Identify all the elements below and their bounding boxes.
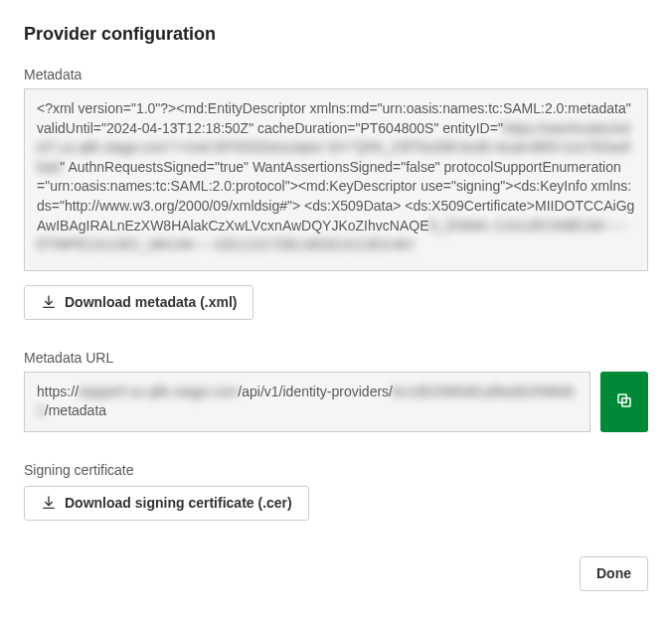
- metadata-url-section: Metadata URL https://eqaperf.us.qlik-sta…: [24, 350, 648, 432]
- done-button[interactable]: Done: [580, 556, 648, 591]
- metadata-textbox[interactable]: <?xml version="1.0"?><md:EntityDescripto…: [24, 88, 648, 271]
- metadata-label: Metadata: [24, 67, 648, 82]
- signing-certificate-label: Signing certificate: [24, 462, 648, 478]
- download-icon: [41, 294, 57, 310]
- done-label: Done: [596, 565, 631, 582]
- signing-certificate-section: Signing certificate Download signing cer…: [24, 462, 648, 521]
- metadata-url-textbox[interactable]: https://eqaperf.us.qlik-stage.com/api/v1…: [24, 372, 590, 432]
- download-icon: [41, 495, 57, 511]
- footer: Done: [24, 556, 648, 591]
- download-metadata-button[interactable]: Download metadata (.xml): [24, 285, 253, 320]
- download-signing-cert-label: Download signing certificate (.cer): [65, 495, 292, 512]
- url-part: /api/v1/identity-providers/: [238, 384, 393, 399]
- copy-url-button[interactable]: [600, 372, 648, 432]
- metadata-url-label: Metadata URL: [24, 350, 648, 366]
- download-signing-cert-button[interactable]: Download signing certificate (.cer): [24, 486, 309, 521]
- copy-icon: [615, 391, 633, 412]
- url-redacted: eqaperf.us.qlik-stage.com: [79, 384, 238, 399]
- url-part: /metadata: [45, 402, 106, 418]
- metadata-section: Metadata <?xml version="1.0"?><md:Entity…: [24, 67, 648, 320]
- url-part: https://: [37, 384, 79, 399]
- download-metadata-label: Download metadata (.xml): [65, 294, 237, 311]
- page-title: Provider configuration: [24, 24, 648, 45]
